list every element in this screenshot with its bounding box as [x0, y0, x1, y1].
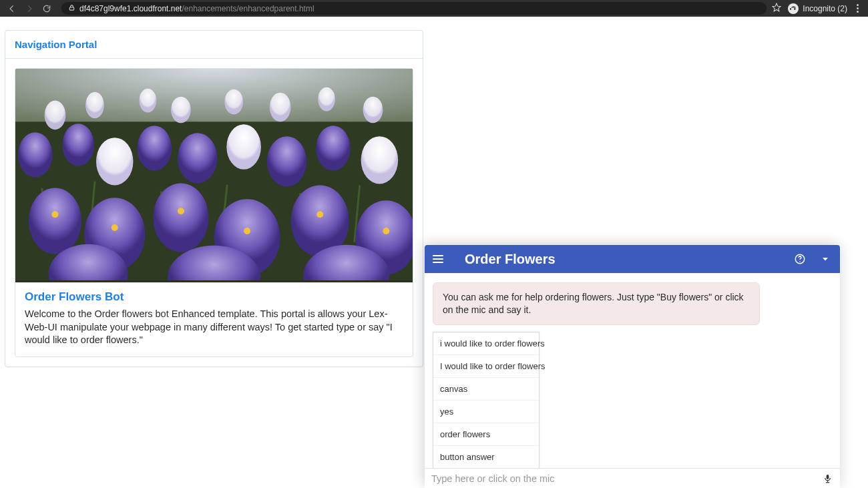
reload-button[interactable]	[41, 3, 52, 14]
svg-point-5	[85, 92, 104, 119]
svg-point-12	[18, 132, 53, 177]
suggestion-item[interactable]: order flowers	[433, 423, 539, 446]
chat-body: You can ask me for help ordering flowers…	[425, 273, 840, 468]
svg-point-29	[153, 184, 208, 252]
suggestion-item[interactable]: yes	[433, 401, 539, 423]
navigation-portal-card: Navigation Portal	[5, 30, 423, 367]
forward-button[interactable]	[24, 3, 35, 14]
suggestion-dropdown: i would like to order flowers I would li…	[433, 332, 539, 468]
hero-image	[15, 69, 413, 282]
incognito-icon	[788, 3, 799, 14]
svg-point-15	[137, 126, 172, 170]
kebab-menu-icon[interactable]	[854, 4, 861, 13]
nav-buttons	[4, 3, 56, 14]
svg-rect-45	[827, 481, 827, 482]
chat-header: Order Flowers	[425, 245, 840, 273]
suggestion-item[interactable]: i would like to order flowers	[433, 332, 539, 355]
back-button[interactable]	[7, 3, 17, 14]
svg-point-6	[139, 89, 156, 113]
page-body: Navigation Portal	[0, 17, 868, 488]
toolbar-right: Incognito (2)	[772, 3, 864, 14]
help-icon[interactable]	[793, 253, 807, 265]
svg-point-7	[171, 97, 191, 124]
chat-input-row	[425, 468, 840, 488]
inner-card-description: Welcome to the Order flowers bot Enhance…	[25, 308, 403, 347]
incognito-indicator[interactable]: Incognito (2)	[788, 3, 847, 14]
svg-marker-1	[773, 3, 781, 11]
inner-card-title: Order Flowers Bot	[25, 290, 403, 304]
svg-point-11	[363, 97, 383, 124]
svg-point-17	[226, 124, 261, 169]
suggestion-item[interactable]: canvas	[433, 378, 539, 401]
svg-point-4	[45, 101, 66, 130]
svg-point-34	[112, 224, 118, 231]
card-body: Order Flowers Bot Welcome to the Order f…	[5, 59, 423, 367]
mic-icon[interactable]	[821, 473, 833, 483]
chat-panel: Order Flowers You can ask me for help or…	[425, 245, 840, 488]
svg-point-18	[267, 136, 306, 186]
svg-rect-0	[69, 7, 73, 10]
url-path: /enhancements/enhancedparent.html	[182, 4, 314, 13]
chat-text-input[interactable]	[431, 469, 816, 488]
bookmark-icon[interactable]	[772, 3, 781, 14]
menu-icon[interactable]	[433, 255, 443, 263]
svg-point-43	[799, 261, 801, 262]
svg-point-27	[29, 188, 81, 254]
svg-point-36	[244, 228, 250, 234]
svg-point-16	[178, 133, 217, 183]
svg-point-13	[62, 124, 94, 166]
svg-point-38	[383, 228, 389, 234]
incognito-label: Incognito (2)	[803, 4, 847, 13]
chevron-down-icon[interactable]	[819, 255, 832, 263]
address-bar[interactable]: df4c87gl9wfe1.cloudfront.net/enhancement…	[61, 2, 767, 15]
svg-marker-44	[823, 258, 828, 261]
card-header: Navigation Portal	[5, 31, 423, 59]
svg-rect-46	[826, 482, 829, 483]
bot-message: You can ask me for help ordering flowers…	[433, 282, 760, 325]
inner-card: Order Flowers Bot Welcome to the Order f…	[15, 68, 413, 357]
inner-card-text: Order Flowers Bot Welcome to the Order f…	[15, 282, 413, 356]
svg-point-9	[270, 93, 291, 122]
svg-point-19	[316, 126, 351, 170]
svg-point-20	[361, 136, 399, 184]
url-host: df4c87gl9wfe1.cloudfront.net	[79, 4, 182, 13]
svg-point-37	[316, 211, 323, 218]
svg-point-8	[224, 89, 243, 115]
lock-icon	[68, 4, 75, 13]
svg-point-14	[96, 138, 134, 185]
svg-point-35	[178, 208, 184, 214]
browser-toolbar: df4c87gl9wfe1.cloudfront.net/enhancement…	[0, 0, 868, 17]
suggestion-item[interactable]: I would like to order flowers	[433, 355, 539, 378]
chat-title: Order Flowers	[465, 252, 781, 267]
svg-point-33	[52, 211, 59, 218]
url-text: df4c87gl9wfe1.cloudfront.net/enhancement…	[79, 4, 314, 13]
svg-point-10	[318, 87, 335, 111]
suggestion-item[interactable]: button answer	[433, 446, 539, 468]
